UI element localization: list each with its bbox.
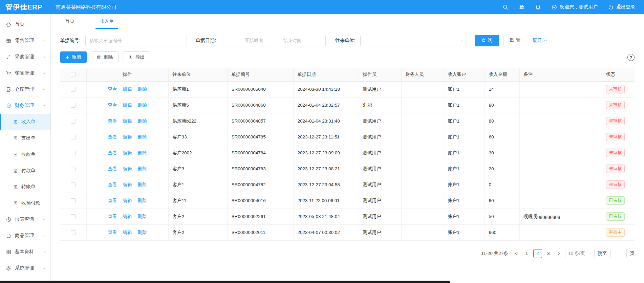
sidebar-item-swap-2[interactable]: 采购管理 xyxy=(0,49,50,65)
sidebar-item-gift-1[interactable]: 零售管理 xyxy=(0,32,50,49)
view-link[interactable]: 查看 xyxy=(108,103,117,108)
row-checkbox[interactable] xyxy=(71,103,76,108)
row-checkbox[interactable] xyxy=(71,198,76,203)
sidebar-item-grid-14[interactable]: 基本资料 xyxy=(0,244,50,260)
search-button[interactable]: 查询 xyxy=(475,35,499,46)
sidebar-item-doc-9[interactable]: 付款单 xyxy=(0,162,50,179)
delete-button[interactable]: 删除 xyxy=(91,51,119,63)
sidebar-item-gear-15[interactable]: 系统管理 xyxy=(0,260,50,276)
prev-page-button[interactable]: < xyxy=(514,251,519,256)
sidebar-item-bag-13[interactable]: 商品管理 xyxy=(0,227,50,244)
partner-select[interactable] xyxy=(360,35,467,46)
sidebar-item-label: 付款单 xyxy=(21,168,36,174)
row-checkbox[interactable] xyxy=(71,135,76,139)
delete-link[interactable]: 删除 xyxy=(138,214,147,219)
row-actions-cell: 查看编辑删除 xyxy=(86,97,168,113)
cell-operator: 测试用户 xyxy=(359,145,401,161)
cell-amount: 60 xyxy=(485,193,519,209)
date-start-placeholder: 开始时间 xyxy=(245,38,263,44)
sidebar-item-home-0[interactable]: 首页 xyxy=(0,16,50,32)
export-button[interactable]: 导出 xyxy=(123,51,150,63)
row-checkbox[interactable] xyxy=(71,182,76,187)
edit-link[interactable]: 编辑 xyxy=(123,150,132,155)
view-link[interactable]: 查看 xyxy=(108,118,117,124)
date-range-picker[interactable]: 开始时间 ~ 结束时间 xyxy=(221,35,326,46)
row-checkbox[interactable] xyxy=(71,214,76,219)
search-icon[interactable] xyxy=(502,4,509,10)
delete-link[interactable]: 删除 xyxy=(138,118,147,124)
view-link[interactable]: 查看 xyxy=(108,87,117,92)
edit-link[interactable]: 编辑 xyxy=(123,118,132,124)
sidebar-item-doc-11[interactable]: 收预付款 xyxy=(0,195,50,211)
delete-link[interactable]: 删除 xyxy=(138,87,147,92)
action-divider xyxy=(135,230,135,234)
reset-button[interactable]: 重置 xyxy=(503,35,527,46)
page-size-select[interactable]: 10 条/页 xyxy=(565,249,595,258)
tab-0[interactable]: 首页 xyxy=(61,14,79,29)
delete-link[interactable]: 删除 xyxy=(138,182,147,187)
sidebar-item-doc-7[interactable]: 支出单 xyxy=(0,130,50,146)
logout-button[interactable]: 退出登录 xyxy=(608,4,635,10)
delete-link[interactable]: 删除 xyxy=(138,230,147,235)
cell-bill_no: SR00000004785 xyxy=(227,129,293,145)
jump-page-input[interactable] xyxy=(610,249,627,258)
edit-link[interactable]: 编辑 xyxy=(123,198,132,203)
bank-icon[interactable] xyxy=(519,4,525,10)
cell-amount: 30 xyxy=(485,145,519,161)
delete-link[interactable]: 删除 xyxy=(138,166,147,171)
edit-link[interactable]: 编辑 xyxy=(123,103,132,108)
select-all-checkbox[interactable] xyxy=(71,72,76,77)
row-checkbox[interactable] xyxy=(71,119,76,124)
add-button[interactable]: + 新增 xyxy=(60,51,87,63)
edit-link[interactable]: 编辑 xyxy=(123,166,132,171)
pie-icon xyxy=(6,217,12,222)
welcome-user[interactable]: 欢迎您，测试用户 xyxy=(551,4,598,10)
cell-partner: 客户33 xyxy=(168,129,227,145)
sidebar-item-doc-6[interactable]: 收入单 xyxy=(0,114,50,130)
edit-link[interactable]: 编辑 xyxy=(123,230,132,235)
sidebar-item-cart-3[interactable]: 销售管理 xyxy=(0,65,50,81)
expand-text: 展开 xyxy=(533,38,542,44)
view-link[interactable]: 查看 xyxy=(108,150,117,155)
edit-link[interactable]: 编辑 xyxy=(123,87,132,92)
page-button-2[interactable]: 2 xyxy=(533,249,542,258)
delete-link[interactable]: 删除 xyxy=(138,103,147,108)
page-button-1[interactable]: 1 xyxy=(522,249,531,258)
sidebar-item-pie-12[interactable]: 报表查询 xyxy=(0,211,50,227)
cell-partner: 客户2 xyxy=(168,209,227,224)
sidebar-item-finance-5[interactable]: 财务管理 xyxy=(0,97,50,114)
page-size-value: 10 条/页 xyxy=(568,251,585,257)
row-checkbox[interactable] xyxy=(71,167,76,171)
next-page-button[interactable]: > xyxy=(556,251,562,256)
sidebar-item-doc-8[interactable]: 收款单 xyxy=(0,146,50,162)
edit-link[interactable]: 编辑 xyxy=(123,182,132,187)
trash-icon xyxy=(96,55,101,60)
view-link[interactable]: 查看 xyxy=(108,166,117,171)
bill-no-input[interactable] xyxy=(85,35,187,46)
row-checkbox[interactable] xyxy=(71,151,76,155)
view-link[interactable]: 查看 xyxy=(108,214,117,219)
view-link[interactable]: 查看 xyxy=(108,134,117,139)
help-icon[interactable]: ? xyxy=(627,54,635,61)
sidebar-item-doc-10[interactable]: 转账单 xyxy=(0,179,50,195)
row-checkbox[interactable] xyxy=(71,230,76,235)
tab-1[interactable]: 收入单 xyxy=(95,14,118,29)
expand-link[interactable]: 展开 xyxy=(533,38,548,44)
edit-link[interactable]: 编辑 xyxy=(123,214,132,219)
view-link[interactable]: 查看 xyxy=(108,182,117,187)
edit-link[interactable]: 编辑 xyxy=(123,134,132,139)
sidebar-item-label: 基本资料 xyxy=(15,249,34,255)
row-checkbox[interactable] xyxy=(71,87,76,92)
delete-link[interactable]: 删除 xyxy=(138,198,147,203)
cell-operator: 测试用户 xyxy=(359,81,401,97)
sidebar-item-archive-4[interactable]: 仓库管理 xyxy=(0,81,50,97)
bell-icon[interactable] xyxy=(535,4,541,10)
delete-link[interactable]: 删除 xyxy=(138,150,147,155)
status-badge: 未审核 xyxy=(606,85,625,93)
page-button-3[interactable]: 3 xyxy=(544,249,553,258)
delete-link[interactable]: 删除 xyxy=(138,134,147,139)
view-link[interactable]: 查看 xyxy=(108,230,117,235)
table-row: 查看编辑删除供应商1SR000000050402024-03-30 14:43:… xyxy=(60,81,635,97)
sidebar-item-label: 转账单 xyxy=(21,184,36,190)
view-link[interactable]: 查看 xyxy=(108,198,117,203)
